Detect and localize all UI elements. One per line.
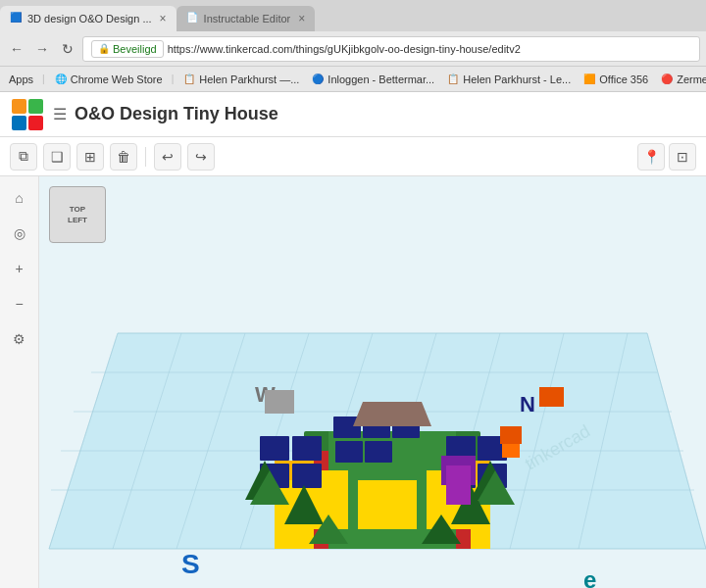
bm-label-helen2: Helen Parkhurst - Le... [463,74,571,85]
refresh-button[interactable]: ↻ [57,38,78,60]
svg-rect-30 [292,464,322,488]
3d-viewport[interactable]: tinkercad [39,176,706,588]
bookmarks-bar: Apps | 🌐 Chrome Web Store | 📋 Helen Park… [0,67,706,92]
toolbar-right: 📍 ⊡ [637,143,696,171]
svg-rect-34 [335,441,363,463]
grid-canvas: tinkercad [39,176,706,588]
bm-icon-chrome: 🌐 [54,73,68,86]
bm-helen-1[interactable]: 📋 Helen Parkhurst —... [179,72,302,87]
tab-3d[interactable]: 🟦 3D design O&O Design ... × [0,6,176,31]
delete-button[interactable]: 🗑 [110,143,137,171]
tab-bar: 🟦 3D design O&O Design ... × 📄 Instructa… [0,0,706,31]
svg-marker-48 [353,402,431,426]
bm-label-zermelo: Zermelo Portal [677,74,706,85]
tab-title-3d: 3D design O&O Design ... [27,13,152,24]
logo-cell-blue [12,116,26,130]
cube-face[interactable]: TOP LEFT [49,186,106,243]
svg-rect-26 [358,480,417,529]
tab-favicon-instructable: 📄 [186,12,200,25]
canvas-area: ⌂ ◎ + − ⚙ [0,176,706,588]
undo-button[interactable]: ↩ [154,143,181,171]
bm-label-office: Office 356 [599,74,648,85]
bm-label-inloggen: Inloggen - Bettermar... [328,74,434,85]
bm-zermelo[interactable]: 🔴 Zermelo Portal [657,72,706,87]
nav-bar: ← → ↻ 🔒 Beveiligd https://www.tinkercad.… [0,31,706,67]
bm-icon-zermelo: 🔴 [660,73,674,86]
view-button[interactable]: ⊡ [669,143,696,171]
secure-text: Beveiligd [113,43,157,55]
svg-rect-52 [502,444,520,458]
apps-bookmark[interactable]: Apps [6,73,36,86]
logo-cell-red [28,116,43,130]
svg-text:N: N [520,392,535,416]
bookmark-sep-2: | [172,74,175,84]
settings-tool[interactable]: ⚙ [6,325,33,353]
fit-tool[interactable]: ◎ [6,220,33,247]
toolbar-separator [145,147,146,167]
cube-left-label: LEFT [68,216,87,224]
cube-top-label: TOP [70,205,85,214]
bookmark-sep-1: | [42,74,45,84]
bm-icon-inloggen: 🔵 [311,73,325,86]
logo-cell-green [28,99,43,114]
bm-icon-helen2: 📋 [446,73,460,86]
bm-icon-office: 🟧 [582,73,596,86]
tab-title-instructable: Instructable Editor [204,13,291,24]
redo-button[interactable]: ↪ [187,143,215,171]
bm-helen-2[interactable]: 📋 Helen Parkhurst - Le... [443,72,574,87]
group-button[interactable]: ⊞ [76,143,104,171]
app-title: O&O Design Tiny House [75,104,696,124]
tab-close-instructable[interactable]: × [298,12,305,25]
svg-text:S: S [181,549,200,579]
view-cube[interactable]: TOP LEFT [49,186,108,245]
back-button[interactable]: ← [6,38,27,60]
svg-rect-58 [265,390,294,414]
lock-icon: 🔒 [98,43,110,54]
url-text: https://www.tinkercad.com/things/gUKjibk… [168,43,521,55]
tinkercad-logo [10,97,45,132]
home-tool[interactable]: ⌂ [6,184,33,212]
svg-rect-57 [539,387,564,407]
bm-office[interactable]: 🟧 Office 356 [580,72,651,87]
svg-rect-50 [446,466,471,505]
apps-label: Apps [9,74,33,85]
copy-button[interactable]: ⧉ [10,143,37,171]
left-sidebar: ⌂ ◎ + − ⚙ [0,176,39,588]
app-header: ☰ O&O Design Tiny House [0,92,706,137]
tab-favicon-3d: 🟦 [10,12,24,25]
secure-badge: 🔒 Beveiligd [91,40,164,58]
browser-window: 🟦 3D design O&O Design ... × 📄 Instructa… [0,0,706,588]
zoom-out-tool[interactable]: − [6,290,33,318]
bm-icon-helen1: 📋 [182,73,196,86]
svg-rect-35 [365,441,392,463]
tab-instructable[interactable]: 📄 Instructable Editor × [176,6,316,31]
svg-rect-28 [292,436,322,461]
logo-cell-orange [12,99,26,114]
svg-text:e: e [583,566,596,588]
zoom-in-tool[interactable]: + [6,255,33,282]
duplicate-button[interactable]: ❑ [43,143,71,171]
menu-icon[interactable]: ☰ [53,105,67,123]
toolbar: ⧉ ❑ ⊞ 🗑 ↩ ↪ 📍 ⊡ [0,137,706,176]
ruler-button[interactable]: 📍 [637,143,665,171]
bm-label-chrome: Chrome Web Store [71,74,163,85]
bm-inloggen[interactable]: 🔵 Inloggen - Bettermar... [308,72,437,87]
bm-label-helen1: Helen Parkhurst —... [199,74,299,85]
tab-close-3d[interactable]: × [160,12,167,25]
forward-button[interactable]: → [31,38,53,60]
url-bar[interactable]: 🔒 Beveiligd https://www.tinkercad.com/th… [82,36,700,62]
svg-rect-27 [260,436,289,461]
svg-rect-51 [500,426,522,444]
bm-chrome-store[interactable]: 🌐 Chrome Web Store [51,72,166,87]
